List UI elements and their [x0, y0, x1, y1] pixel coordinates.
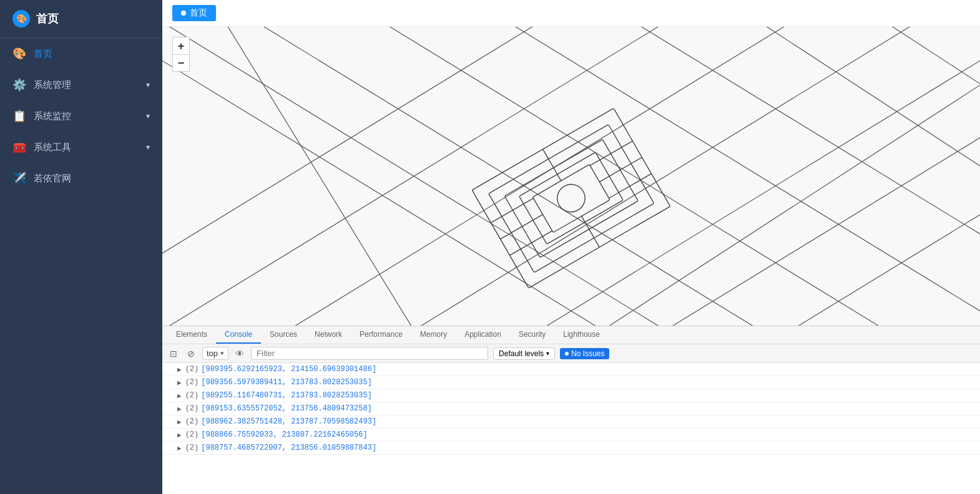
- sidebar-item-ruoyi-label: 若依官网: [34, 173, 150, 185]
- count-4: (2): [185, 417, 199, 426]
- no-issues-label: No Issues: [571, 349, 604, 358]
- arrow-icon-1: ▶: [177, 379, 182, 387]
- count-6: (2): [185, 443, 199, 452]
- breadcrumb-tab-label: 首页: [190, 7, 207, 19]
- ruoyi-icon: ✈️: [12, 172, 26, 185]
- default-levels-button[interactable]: Default levels ▾: [493, 347, 555, 360]
- console-text-2: [989255.1167480731, 213783.8028253035]: [201, 391, 372, 400]
- main-content: 首页 + −: [162, 0, 980, 494]
- console-text-1: [989356.5979389411, 213783.8028253035]: [201, 378, 372, 387]
- count-2: (2): [185, 391, 199, 400]
- no-issues-badge[interactable]: No Issues: [560, 348, 609, 359]
- tab-memory[interactable]: Memory: [411, 326, 456, 344]
- gear-icon: ⚙️: [12, 78, 26, 92]
- context-selector-wrap: top ▾: [202, 347, 228, 360]
- sidebar-item-sys-monitor-label: 系统监控: [34, 110, 139, 122]
- zoom-out-button[interactable]: −: [172, 54, 190, 72]
- eye-icon[interactable]: 👁: [233, 347, 246, 360]
- count-1: (2): [185, 378, 199, 387]
- sidebar-item-sys-tools-label: 系统工具: [34, 142, 139, 153]
- devtools-toolbar: ⊡ ⊘ top ▾ 👁 Default levels ▾ No Issues: [162, 344, 980, 363]
- context-chevron: ▾: [220, 349, 224, 357]
- console-line-6[interactable]: ▶ (2) [988757.4685722007, 213856.0105988…: [162, 442, 980, 455]
- tab-application[interactable]: Application: [456, 326, 510, 344]
- badge-dot: [565, 352, 569, 356]
- context-label: top: [207, 349, 218, 358]
- tab-elements[interactable]: Elements: [167, 326, 216, 344]
- console-line-4[interactable]: ▶ (2) [988962.3825751428, 213787.7059858…: [162, 415, 980, 429]
- filter-input[interactable]: [251, 347, 488, 360]
- svg-rect-0: [162, 27, 980, 326]
- arrow-icon-4: ▶: [177, 418, 182, 426]
- sidebar-item-ruoyi[interactable]: ✈️ 若依官网: [0, 163, 162, 194]
- console-output: ▶ (2) [989395.6292165923, 214150.6963930…: [162, 363, 980, 494]
- block-icon[interactable]: ⊘: [185, 347, 197, 360]
- sidebar-logo: 🎨 首页: [0, 0, 162, 38]
- tab-console[interactable]: Console: [216, 326, 261, 344]
- arrow-icon-5: ▶: [177, 431, 182, 439]
- sidebar-item-sys-mgmt-label: 系统管理: [34, 79, 139, 91]
- tab-security[interactable]: Security: [510, 326, 554, 344]
- breadcrumb-bar: 首页: [162, 0, 980, 27]
- sidebar-logo-text: 首页: [36, 11, 59, 26]
- tools-icon: 🧰: [12, 140, 26, 154]
- sidebar-item-sys-mgmt[interactable]: ⚙️ 系统管理 ▾: [0, 69, 162, 100]
- inspect-icon[interactable]: ⊡: [167, 347, 180, 360]
- arrow-icon-6: ▶: [177, 444, 182, 452]
- sidebar-item-home-label: 首页: [34, 48, 150, 60]
- default-levels-label: Default levels: [499, 349, 544, 358]
- arrow-icon-3: ▶: [177, 405, 182, 413]
- chevron-down-icon-2: ▾: [146, 112, 150, 120]
- chevron-down-icon-3: ▾: [146, 143, 150, 152]
- tab-network[interactable]: Network: [306, 326, 351, 344]
- sidebar-item-home[interactable]: 🎨 首页: [0, 38, 162, 69]
- sidebar-item-sys-monitor[interactable]: 📋 系统监控 ▾: [0, 100, 162, 132]
- sidebar-item-sys-tools[interactable]: 🧰 系统工具 ▾: [0, 132, 162, 163]
- map-container: + −: [162, 27, 980, 326]
- arrow-icon-0: ▶: [177, 366, 182, 374]
- tab-sources[interactable]: Sources: [261, 326, 306, 344]
- logo-icon: 🎨: [12, 10, 30, 27]
- console-text-4: [988962.3825751428, 213787.70598582493]: [201, 417, 376, 426]
- count-0: (2): [185, 365, 199, 374]
- console-line-3[interactable]: ▶ (2) [989153.6355572052, 213756.4809473…: [162, 402, 980, 415]
- tab-dot: [181, 11, 186, 16]
- home-icon: 🎨: [12, 47, 26, 61]
- levels-chevron: ▾: [546, 350, 549, 357]
- monitor-icon: 📋: [12, 109, 26, 123]
- console-text-3: [989153.6355572052, 213756.4809473258]: [201, 404, 372, 413]
- count-3: (2): [185, 404, 199, 413]
- tab-performance[interactable]: Performance: [351, 326, 411, 344]
- chevron-down-icon: ▾: [146, 80, 150, 89]
- console-line-0[interactable]: ▶ (2) [989395.6292165923, 214150.6963930…: [162, 363, 980, 376]
- sidebar: 🎨 首页 🎨 首页 ⚙️ 系统管理 ▾ 📋 系统监控 ▾ 🧰 系统工具 ▾ ✈️…: [0, 0, 162, 494]
- count-5: (2): [185, 430, 199, 439]
- devtools-panel: Elements Console Sources Network Perform…: [162, 326, 980, 494]
- console-line-1[interactable]: ▶ (2) [989356.5979389411, 213783.8028253…: [162, 376, 980, 389]
- arrow-icon-2: ▶: [177, 392, 182, 400]
- console-line-5[interactable]: ▶ (2) [988866.75592033, 213807.221624650…: [162, 429, 980, 442]
- devtools-tabs: Elements Console Sources Network Perform…: [162, 326, 980, 344]
- console-text-6: [988757.4685722007, 213856.01059887843]: [201, 443, 376, 452]
- breadcrumb-tab[interactable]: 首页: [172, 5, 216, 21]
- zoom-in-button[interactable]: +: [172, 37, 190, 54]
- tab-lighthouse[interactable]: Lighthouse: [554, 326, 609, 344]
- map-svg: [162, 27, 980, 326]
- console-line-2[interactable]: ▶ (2) [989255.1167480731, 213783.8028253…: [162, 389, 980, 402]
- console-text-0: [989395.6292165923, 214150.69639301486]: [201, 365, 376, 374]
- map-controls: + −: [172, 37, 190, 72]
- console-text-5: [988866.75592033, 213807.22162465056]: [201, 430, 367, 439]
